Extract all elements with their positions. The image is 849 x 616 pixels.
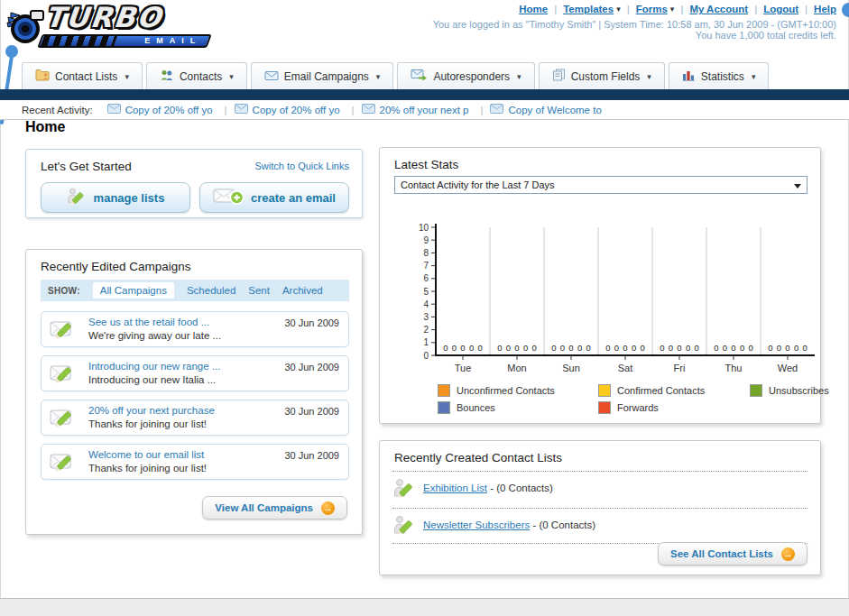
dropdown-caret-icon: ▾: [616, 5, 621, 14]
campaign-title-link[interactable]: See us at the retail food ...: [88, 317, 209, 327]
activity-link[interactable]: Copy of 20% off yo: [125, 105, 213, 115]
svg-text:Fri: Fri: [674, 363, 686, 373]
svg-text:Mon: Mon: [507, 363, 526, 373]
filter-archived[interactable]: Archived: [282, 285, 323, 296]
page-title: Home: [25, 119, 65, 135]
show-label: SHOW:: [48, 286, 80, 296]
legend-item: Confirmed Contacts: [598, 384, 750, 397]
legend-item: Unconfirmed Contacts: [438, 384, 598, 397]
activity-link[interactable]: Copy of 20% off yo: [253, 105, 340, 115]
switch-quick-links[interactable]: Switch to Quick Links: [254, 161, 349, 171]
header-links: Home Templates ▾ Forms ▾ My Account Logo…: [519, 4, 836, 14]
legend-swatch: [750, 384, 762, 397]
credits-text: You have 1,000 total credits left.: [696, 30, 836, 41]
contact-list-row[interactable]: Newsletter Subscribers - (0 Contacts): [392, 510, 807, 543]
svg-text:0: 0: [460, 343, 465, 353]
latest-stats-title: Latest Stats: [394, 158, 458, 171]
svg-text:3: 3: [423, 312, 429, 322]
svg-text:0: 0: [568, 343, 573, 353]
svg-text:0: 0: [677, 343, 681, 353]
svg-text:0: 0: [731, 343, 735, 353]
create-email-button[interactable]: create an email: [199, 182, 349, 213]
activity-link[interactable]: 20% off your next p: [380, 105, 469, 115]
help-link[interactable]: Help: [814, 4, 836, 14]
contacts-icon: [160, 69, 174, 84]
tab-label: Statistics: [701, 70, 744, 83]
envelope-pencil-icon: [50, 407, 80, 434]
filter-all-campaigns[interactable]: All Campaigns: [93, 282, 174, 299]
contact-lists-panel: Recently Created Contact Lists Exhibitio…: [379, 440, 821, 575]
tab-contacts[interactable]: Contacts ▾: [146, 62, 247, 89]
activity-link[interactable]: Copy of Welcome to: [508, 105, 601, 115]
svg-text:0: 0: [768, 343, 772, 353]
view-all-campaigns-button[interactable]: View All Campaigns →: [202, 496, 347, 519]
svg-text:0: 0: [452, 343, 457, 353]
svg-text:5: 5: [423, 287, 429, 297]
svg-text:0: 0: [506, 343, 511, 353]
contact-list-row[interactable]: Exhibition List - (0 Contacts): [392, 473, 807, 506]
campaign-row[interactable]: Introducing our new range ... Introducin…: [41, 355, 349, 391]
filter-scheduled[interactable]: Scheduled: [187, 285, 235, 296]
svg-text:0: 0: [660, 343, 664, 353]
footer-strip: [0, 598, 849, 616]
see-all-contact-lists-button[interactable]: See All Contact Lists →: [658, 542, 807, 565]
turbo-email-logo[interactable]: TURBO EMAIL: [5, 2, 218, 51]
legend-label: Unsubscribes: [769, 385, 829, 396]
legend-swatch: [598, 401, 611, 414]
envelope-plus-icon: [213, 188, 244, 207]
header-link-templates: Templates ▾: [563, 4, 636, 14]
activity-item: Copy of 20% off yo: [107, 104, 235, 115]
contact-count: - (0 Contacts): [530, 519, 595, 530]
svg-text:0: 0: [749, 343, 753, 353]
recent-activity-items: Copy of 20% off yo Copy of 20% off yo 20…: [107, 104, 606, 115]
svg-text:7: 7: [423, 261, 429, 271]
campaign-date: 30 Jun 2009: [284, 406, 339, 417]
tab-statistics[interactable]: Statistics ▾: [669, 62, 770, 89]
campaign-title-link[interactable]: Introducing our new range ...: [88, 361, 220, 372]
tab-email-campaigns[interactable]: Email Campaigns ▾: [251, 62, 394, 89]
campaign-row[interactable]: See us at the retail food ... We're givi…: [41, 311, 349, 347]
stats-period-select[interactable]: Contact Activity for the Last 7 Days: [394, 176, 807, 194]
header-link-logout: Logout: [763, 4, 814, 14]
contact-list-link[interactable]: Newsletter Subscribers: [423, 519, 530, 530]
svg-text:0: 0: [641, 343, 645, 353]
tab-custom-fields[interactable]: Custom Fields ▾: [539, 62, 665, 89]
tab-label: Contact Lists: [55, 70, 117, 83]
home-link[interactable]: Home: [519, 4, 548, 14]
contact-list-text: Exhibition List - (0 Contacts): [423, 483, 553, 493]
manage-lists-button[interactable]: manage lists: [41, 182, 190, 213]
svg-text:0: 0: [605, 343, 610, 353]
recent-activity-bar: Recent Activity: Copy of 20% off yo Copy…: [0, 100, 849, 120]
svg-text:0: 0: [523, 343, 528, 353]
svg-text:10: 10: [419, 223, 429, 233]
contact-activity-chart: 012345678910Tue00000Mon00000Sun00000Sat0…: [407, 218, 824, 381]
campaign-title-link[interactable]: Welcome to our email list: [88, 449, 204, 460]
envelope-pencil-icon: [50, 318, 80, 345]
campaign-row[interactable]: 20% off your next purchase Thanks for jo…: [41, 400, 349, 436]
campaign-subject: Thanks for joining our list!: [88, 463, 207, 473]
logout-link[interactable]: Logout: [763, 4, 798, 14]
svg-text:0: 0: [777, 343, 781, 353]
tab-contact-lists[interactable]: Contact Lists ▾: [22, 62, 143, 89]
svg-text:0: 0: [686, 343, 690, 353]
forms-link[interactable]: Forms: [636, 4, 668, 14]
templates-link[interactable]: Templates: [563, 4, 614, 14]
campaign-title-link[interactable]: 20% off your next purchase: [88, 405, 215, 416]
svg-text:0: 0: [714, 343, 718, 353]
contact-list-link[interactable]: Exhibition List: [423, 483, 487, 493]
campaign-row[interactable]: Welcome to our email list Thanks for joi…: [41, 444, 349, 480]
svg-text:0: 0: [423, 351, 429, 361]
chart-legend: Unconfirmed ContactsConfirmed ContactsUn…: [438, 384, 817, 414]
envelope-icon: [107, 104, 121, 115]
logo-stripes: [41, 36, 117, 46]
chevron-down-icon: ▾: [376, 72, 381, 81]
bar-chart-icon: [682, 69, 696, 84]
tab-autoresponders[interactable]: Autoresponders ▾: [397, 62, 534, 89]
my-account-link[interactable]: My Account: [689, 4, 748, 14]
activity-item: 20% off your next p: [362, 104, 491, 115]
contact-lists-title: Recently Created Contact Lists: [394, 451, 562, 464]
create-email-label: create an email: [251, 191, 336, 205]
callout-marker-right: [842, 3, 849, 17]
svg-text:0: 0: [740, 343, 744, 353]
filter-sent[interactable]: Sent: [248, 285, 270, 296]
